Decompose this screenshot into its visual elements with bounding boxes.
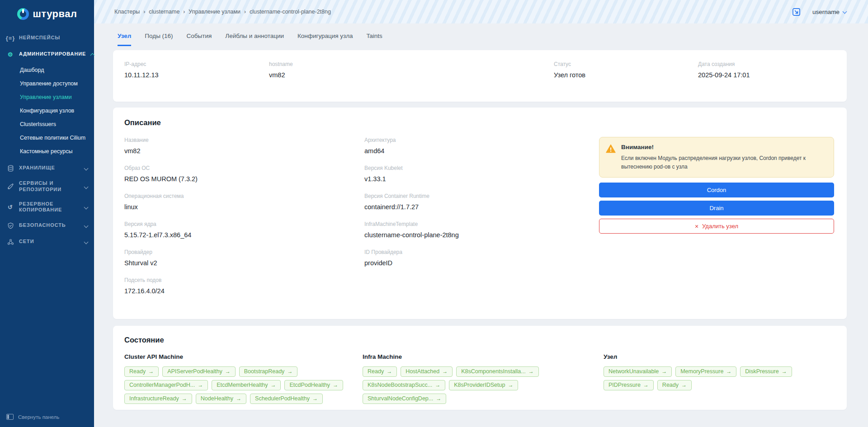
app-logo[interactable]: штурвал — [0, 5, 94, 30]
sidebar-item-dashboard[interactable]: Дашборд — [0, 63, 94, 77]
field-label: hostname — [269, 61, 554, 67]
administration-submenu: Дашборд Управление доступом Управление у… — [0, 63, 94, 158]
sidebar-item-administration[interactable]: ⚙ АДМИНИСТРИРОВАНИЕ — [0, 46, 94, 62]
condition-badge[interactable]: PIDPressure — [604, 380, 654, 390]
description-card: Описание Название vm82 Образ ОС RE — [113, 108, 847, 319]
collapse-panel-icon — [6, 414, 14, 420]
condition-badge[interactable]: ShturvalNodeConfigDep... — [363, 394, 446, 404]
condition-badge[interactable]: DiskPressure — [740, 366, 792, 377]
condition-badge[interactable]: K8sNodeBootstrapSucc... — [363, 380, 445, 390]
warning-text: Если включен Модуль распределения нагруз… — [621, 154, 826, 171]
field-label: ID Провайдера — [364, 249, 599, 255]
field-value: v1.33.1 — [364, 175, 599, 183]
tab-labels-annotations[interactable]: Лейблы и аннотации — [225, 33, 284, 46]
collapse-panel-button[interactable]: Свернуть панель — [0, 408, 94, 427]
shield-icon — [6, 221, 14, 230]
delete-node-button[interactable]: × Удалить узел — [599, 219, 834, 234]
description-field: Версия Kubelet v1.33.1 — [364, 165, 599, 183]
backup-restore-icon: ↺ — [6, 203, 14, 211]
summary-field: Дата создания 2025-09-24 17:01 — [698, 61, 847, 91]
field-label: Название — [124, 137, 364, 143]
sidebar-item-namespaces[interactable]: {≡} НЕЙМСПЕЙСЫ — [0, 30, 94, 46]
condition-badge[interactable]: EtcdMemberHealthy — [212, 380, 281, 390]
drain-button[interactable]: Drain — [599, 201, 834, 216]
description-field: Версия ядра 5.15.72-1.el7.3.x86_64 — [124, 221, 364, 239]
sidebar-item-custom-resources[interactable]: Кастомные ресурсы — [0, 145, 94, 158]
summary-field: IP-адрес 10.11.12.13 — [124, 61, 269, 91]
field-value: vm82 — [269, 71, 554, 79]
condition-badge[interactable]: EtcdPodHealthy — [284, 380, 343, 390]
description-field: ID Провайдера provideID — [364, 249, 599, 267]
field-label: Статус — [554, 61, 698, 67]
node-actions-panel: Внимание! Если включен Модуль распределе… — [599, 137, 835, 305]
condition-badge[interactable]: Ready — [657, 380, 692, 390]
sidebar-item-node-management[interactable]: Управление узлами — [0, 90, 94, 104]
field-value: 2025-09-24 17:01 — [698, 71, 847, 79]
chevron-down-icon — [84, 166, 89, 170]
tab-events[interactable]: События — [187, 33, 212, 46]
sidebar-item-services-repositories[interactable]: СЕРВИСЫ И РЕПОЗИТОРИИ — [0, 176, 94, 197]
state-card: Состояние Cluster API Machine Ready APIS… — [113, 326, 847, 410]
sidebar-item-security[interactable]: БЕЗОПАСНОСТЬ — [0, 217, 94, 234]
popout-icon[interactable] — [792, 8, 801, 16]
field-value: provideID — [364, 259, 599, 267]
field-value: containerd://1.7.27 — [364, 203, 599, 211]
breadcrumb-clustername[interactable]: clustername — [149, 9, 179, 15]
field-label: IP-адрес — [124, 61, 269, 67]
field-value: RED OS MUROM (7.3.2) — [124, 175, 364, 183]
field-value: amd64 — [364, 147, 599, 155]
description-field: Операционная система linux — [124, 193, 364, 211]
condition-badge[interactable]: K8sComponentsInstalla... — [456, 366, 538, 377]
badge-list: NetworkUnavailable MemoryPressure DiskPr… — [604, 366, 847, 390]
breadcrumb-node-management[interactable]: Управление узлами — [189, 9, 241, 15]
condition-badge[interactable]: HostAttached — [401, 366, 453, 377]
breadcrumb-separator: › — [183, 9, 185, 15]
condition-badge[interactable]: NodeHealthy — [196, 394, 246, 404]
warning-icon — [606, 144, 616, 153]
sidebar-item-cilium-network-policies[interactable]: Сетевые политики Cilium — [0, 131, 94, 145]
condition-badge[interactable]: Ready — [124, 366, 159, 377]
condition-badge[interactable]: K8sProviderIDSetup — [449, 380, 518, 390]
tab-node-configuration[interactable]: Конфигурация узла — [297, 33, 353, 46]
description-grid: Название vm82 Образ ОС RED OS MUROM (7.3… — [124, 137, 847, 305]
content: Узел Поды (16) События Лейблы и аннотаци… — [94, 23, 868, 427]
chevron-down-icon — [843, 9, 847, 14]
field-label: Версия Container Runtime — [364, 193, 599, 199]
condition-badge[interactable]: BootstrapReady — [239, 366, 298, 377]
field-value: clustername-control-plane-2t8ng — [364, 231, 599, 239]
field-value: 10.11.12.13 — [124, 71, 269, 79]
user-menu[interactable]: username — [812, 9, 847, 15]
braces-icon: {≡} — [6, 34, 14, 42]
field-label: Версия ядра — [124, 221, 364, 227]
tab-pods[interactable]: Поды (16) — [145, 33, 173, 46]
condition-badge[interactable]: NetworkUnavailable — [604, 366, 672, 377]
breadcrumb-clusters[interactable]: Кластеры — [114, 9, 140, 15]
sidebar-nav: {≡} НЕЙМСПЕЙСЫ ⚙ АДМИНИСТРИРОВАНИЕ Дашбо… — [0, 30, 94, 408]
chevron-down-icon — [84, 239, 89, 244]
state-group-cluster-api-machine: Cluster API Machine Ready APIServerPodHe… — [124, 353, 363, 404]
sidebar-item-access-management[interactable]: Управление доступом — [0, 77, 94, 90]
sidebar-item-storage[interactable]: ХРАНИЛИЩЕ — [0, 160, 94, 176]
tab-taints[interactable]: Taints — [367, 33, 382, 46]
sidebar: штурвал {≡} НЕЙМСПЕЙСЫ ⚙ АДМИНИСТРИРОВАН… — [0, 0, 94, 427]
field-value: vm82 — [124, 147, 364, 155]
sidebar-item-node-configuration[interactable]: Конфигурация узлов — [0, 104, 94, 117]
cordon-button[interactable]: Cordon — [599, 183, 834, 197]
field-value: Узел готов — [554, 71, 698, 79]
field-label: Версия Kubelet — [364, 165, 599, 171]
condition-badge[interactable]: Ready — [363, 366, 397, 377]
tab-node[interactable]: Узел — [118, 33, 131, 46]
condition-badge[interactable]: InfrastructureReady — [124, 394, 192, 404]
condition-badge[interactable]: APIServerPodHealthy — [162, 366, 236, 377]
sidebar-item-networks[interactable]: СЕТИ — [0, 234, 94, 250]
breadcrumb-separator: › — [244, 9, 246, 15]
condition-badge[interactable]: SchedulerPodHealthy — [250, 394, 323, 404]
sidebar-item-clusterissuers[interactable]: ClusterIssuers — [0, 117, 94, 131]
condition-badge[interactable]: ControllerManagerPodH... — [124, 380, 208, 390]
description-field: Архитектура amd64 — [364, 137, 599, 155]
node-summary-card: IP-адрес 10.11.12.13 hostname vm82 Стату… — [113, 50, 847, 102]
description-field: Образ ОС RED OS MUROM (7.3.2) — [124, 165, 364, 183]
state-group-infra-machine: Infra Machine Ready HostAttached K8sComp… — [363, 353, 604, 404]
condition-badge[interactable]: MemoryPressure — [675, 366, 736, 377]
sidebar-item-backup[interactable]: ↺ РЕЗЕРВНОЕ КОПИРОВАНИЕ — [0, 197, 94, 218]
